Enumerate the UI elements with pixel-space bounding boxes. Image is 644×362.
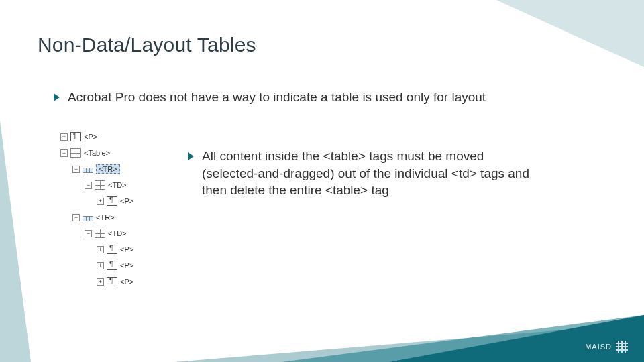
tag-row-p: + <P> — [60, 129, 154, 145]
tag-tree-panel: + <P> − <Table> − <TR> − <TD> + <P> − <T… — [60, 129, 154, 290]
tag-label: <P> — [120, 197, 133, 205]
expand-icon[interactable]: + — [60, 133, 68, 141]
bullet-arrow-icon — [188, 152, 194, 160]
paragraph-icon — [107, 245, 117, 254]
tag-row-tr-2: − <TR> — [60, 209, 154, 225]
collapse-icon[interactable]: − — [60, 149, 68, 157]
expand-icon[interactable]: + — [97, 262, 104, 269]
slide: { "title": "Non-Data/Layout Tables", "bu… — [0, 0, 644, 362]
tag-row-td: − <TD> — [60, 177, 154, 193]
collapse-icon[interactable]: − — [72, 166, 80, 173]
tag-row-p-nested-2: + <P> — [60, 241, 154, 257]
tag-row-td-2: − <TD> — [60, 225, 154, 241]
table-cell-icon — [95, 229, 105, 238]
expand-icon[interactable]: + — [97, 198, 104, 205]
bullet-secondary: All content inside the <table> tags must… — [188, 147, 537, 199]
decor-triangle-bottom-1 — [389, 315, 644, 362]
tag-label: <TD> — [108, 181, 127, 189]
tag-row-table: − <Table> — [60, 145, 154, 161]
bullet-secondary-text: All content inside the <table> tags must… — [202, 147, 537, 199]
expand-icon[interactable]: + — [97, 246, 104, 253]
bullet-primary: Acrobat Pro does not have a way to indic… — [54, 88, 550, 106]
tag-row-p-nested-3: + <P> — [60, 257, 154, 274]
tag-label: <P> — [120, 261, 133, 269]
tag-label-selected[interactable]: <TR> — [96, 164, 120, 174]
collapse-icon[interactable]: − — [72, 214, 80, 221]
table-icon — [70, 148, 81, 158]
tag-row-p-nested: + <P> — [60, 193, 154, 209]
collapse-icon[interactable]: − — [85, 182, 92, 189]
table-row-icon — [83, 168, 93, 173]
tag-row-p-nested-4: + <P> — [60, 274, 154, 290]
table-cell-icon — [95, 180, 105, 190]
logo-mark-icon — [616, 341, 628, 353]
tag-label: <P> — [84, 133, 97, 141]
tag-label: <TR> — [96, 213, 115, 221]
tag-label: <P> — [120, 245, 133, 253]
tag-label: <Table> — [84, 149, 110, 157]
collapse-icon[interactable]: − — [85, 230, 92, 237]
slide-title: Non-Data/Layout Tables — [38, 34, 256, 56]
decor-triangle-left — [0, 121, 31, 362]
paragraph-icon — [107, 261, 117, 270]
tag-label: <P> — [120, 278, 133, 286]
paragraph-icon — [70, 132, 81, 141]
footer-logo: MAISD — [585, 341, 628, 353]
bullet-primary-text: Acrobat Pro does not have a way to indic… — [68, 88, 486, 106]
paragraph-icon — [107, 196, 117, 206]
tag-row-tr: − <TR> — [60, 161, 154, 177]
decor-triangle-top — [496, 0, 644, 67]
bullet-arrow-icon — [54, 93, 60, 101]
tag-label: <TD> — [108, 229, 127, 237]
paragraph-icon — [107, 277, 117, 286]
logo-text: MAISD — [585, 343, 612, 351]
expand-icon[interactable]: + — [97, 278, 104, 286]
table-row-icon — [83, 216, 93, 221]
